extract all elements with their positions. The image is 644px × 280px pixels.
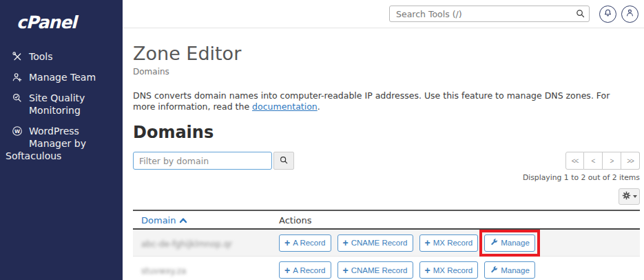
bell-icon — [603, 8, 612, 19]
plus-icon: + — [284, 238, 290, 248]
user-icon — [625, 8, 634, 19]
filter-by-domain-input[interactable] — [133, 152, 272, 170]
feature-description: DNS converts domain names into computer-… — [133, 90, 615, 112]
plus-icon: + — [284, 266, 290, 275]
button-label: CNAME Record — [351, 266, 408, 274]
wrench-icon — [490, 238, 498, 248]
wrench-icon — [490, 266, 498, 275]
button-label: A Record — [293, 239, 325, 247]
table-row: abc-de-fghijklmnop.qr + A Record + CNAME… — [133, 230, 640, 257]
domain-name-redacted: abc-de-fghijklmnop.qr — [141, 239, 232, 249]
sidebar-item-manage-team[interactable]: Manage Team — [0, 67, 123, 88]
wp-label-line3: Softaculous — [6, 150, 86, 162]
search-icon — [575, 8, 585, 21]
table-row: stuvwxy.za + A Record + CNAME Record + M… — [133, 257, 640, 280]
manage-button[interactable]: Manage — [484, 234, 535, 252]
plus-icon: + — [425, 238, 430, 248]
chevron-down-icon — [633, 195, 637, 198]
tools-icon — [12, 51, 24, 62]
pagination: << < > >> Displaying 1 to 2 out of 2 ite… — [523, 152, 640, 182]
search-icon — [279, 155, 289, 167]
button-label: Manage — [501, 239, 530, 247]
add-a-record-button[interactable]: + A Record — [279, 261, 331, 279]
cpanel-logo: cPanel — [17, 12, 123, 32]
manage-button[interactable]: Manage — [484, 261, 535, 279]
add-cname-record-button[interactable]: + CNAME Record — [337, 261, 413, 279]
button-label: MX Record — [433, 266, 473, 274]
domain-name-redacted: stuvwxy.za — [141, 266, 186, 276]
plus-icon: + — [343, 266, 349, 275]
pagination-buttons: << < > >> — [565, 152, 640, 170]
pagination-last-button[interactable]: >> — [621, 152, 640, 170]
sidebar-item-tools[interactable]: Tools — [0, 46, 123, 67]
documentation-link[interactable]: documentation — [252, 101, 318, 112]
domains-toolbar: << < > >> Displaying 1 to 2 out of 2 ite… — [133, 152, 640, 182]
filter-search-button[interactable] — [273, 152, 294, 170]
sidebar-item-site-quality[interactable]: Site Quality Monitoring — [0, 88, 123, 121]
notifications-button[interactable] — [599, 6, 616, 23]
description-period: . — [318, 101, 320, 112]
page-title: Zone Editor — [133, 43, 640, 64]
sidebar-item-label: Tools — [29, 50, 53, 63]
manage-team-icon — [12, 72, 24, 83]
table-header: Domain Actions — [133, 211, 640, 230]
pagination-prev-button[interactable]: < — [584, 152, 603, 170]
table-settings-row — [133, 188, 640, 205]
sidebar-item-wordpress-manager[interactable]: W WordPress Manager by Softaculous — [0, 121, 123, 166]
add-mx-record-button[interactable]: + MX Record — [419, 261, 479, 279]
table-settings-button[interactable] — [619, 188, 640, 205]
sidebar: cPanel Tools — [0, 0, 123, 280]
user-menu-button[interactable] — [621, 6, 638, 23]
button-label: Manage — [501, 266, 530, 274]
plus-icon: + — [425, 266, 430, 275]
description-text: DNS converts domain names into computer-… — [133, 90, 610, 112]
button-label: A Record — [293, 266, 325, 274]
add-cname-record-button[interactable]: + CNAME Record — [337, 234, 413, 252]
wordpress-icon: W — [12, 126, 24, 137]
main-content: Zone Editor Domains DNS converts domain … — [123, 29, 644, 280]
svg-text:W: W — [14, 128, 20, 134]
manage-button-highlight-box: Manage — [479, 230, 540, 257]
add-mx-record-button[interactable]: + MX Record — [419, 234, 479, 252]
site-quality-monitoring-icon — [12, 92, 24, 103]
domains-heading: Domains — [133, 123, 640, 142]
pagination-status: Displaying 1 to 2 out of 2 items — [523, 173, 640, 182]
sidebar-item-label: Manage Team — [29, 71, 96, 83]
pagination-next-button[interactable]: > — [603, 152, 621, 170]
sort-ascending-icon — [179, 215, 187, 226]
domain-filter — [133, 152, 294, 170]
sidebar-item-label: Site Quality Monitoring — [29, 92, 117, 117]
pagination-first-button[interactable]: << — [565, 152, 584, 170]
sidebar-nav: Tools Manage Team — [0, 46, 123, 166]
global-search — [389, 6, 590, 22]
column-header-actions: Actions — [279, 215, 312, 226]
sidebar-item-label: WordPress Manager by Softaculous — [29, 125, 86, 162]
search-tools-input[interactable] — [389, 6, 590, 22]
breadcrumb: Domains — [133, 67, 640, 77]
wp-label-line1: WordPress — [29, 125, 86, 137]
wp-label-line2: Manager by — [29, 137, 86, 150]
domains-table: Domain Actions abc-de-fghijklmnop.qr — [133, 210, 640, 280]
button-label: CNAME Record — [351, 239, 408, 247]
cpanel-zone-editor-page: cPanel Tools — [0, 0, 644, 280]
domain-column-label: Domain — [141, 215, 176, 226]
add-a-record-button[interactable]: + A Record — [279, 234, 331, 252]
gear-icon — [622, 191, 631, 202]
topbar — [123, 0, 644, 28]
column-header-domain[interactable]: Domain — [141, 215, 187, 226]
button-label: MX Record — [433, 239, 473, 247]
plus-icon: + — [343, 238, 349, 248]
